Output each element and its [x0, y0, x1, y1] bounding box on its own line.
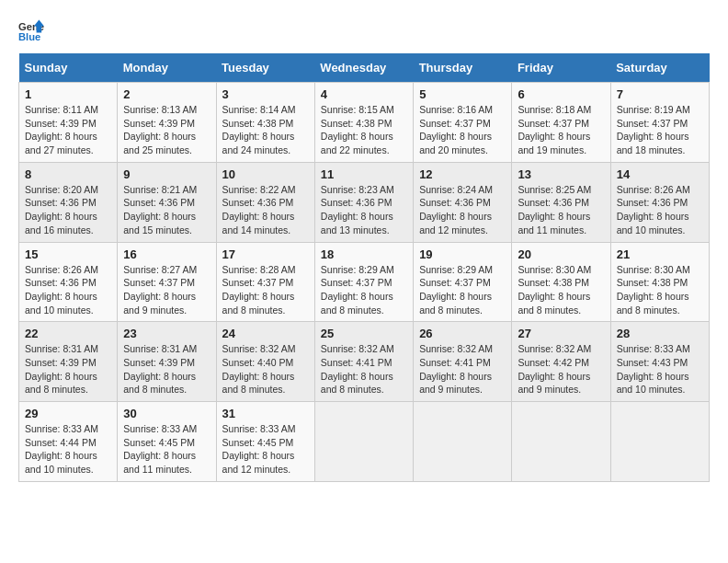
- day-number: 31: [222, 407, 309, 420]
- calendar-cell: 9Sunrise: 8:21 AM Sunset: 4:36 PM Daylig…: [118, 162, 216, 242]
- day-detail: Sunrise: 8:24 AM Sunset: 4:36 PM Dayligh…: [419, 183, 506, 237]
- calendar-cell: 24Sunrise: 8:32 AM Sunset: 4:40 PM Dayli…: [216, 322, 314, 402]
- day-detail: Sunrise: 8:15 AM Sunset: 4:38 PM Dayligh…: [321, 103, 407, 157]
- day-detail: Sunrise: 8:20 AM Sunset: 4:36 PM Dayligh…: [25, 183, 111, 237]
- logo-icon: General Blue: [18, 18, 44, 44]
- day-number: 7: [617, 87, 703, 101]
- day-detail: Sunrise: 8:16 AM Sunset: 4:37 PM Dayligh…: [419, 103, 506, 157]
- day-number: 13: [518, 167, 604, 181]
- day-detail: Sunrise: 8:11 AM Sunset: 4:39 PM Dayligh…: [25, 103, 111, 157]
- day-detail: Sunrise: 8:27 AM Sunset: 4:37 PM Dayligh…: [123, 263, 210, 317]
- weekday-header-monday: Monday: [118, 53, 216, 83]
- day-detail: Sunrise: 8:23 AM Sunset: 4:36 PM Dayligh…: [321, 183, 407, 237]
- calendar-cell: 5Sunrise: 8:16 AM Sunset: 4:37 PM Daylig…: [414, 83, 512, 163]
- calendar-cell: [414, 402, 512, 482]
- day-detail: Sunrise: 8:29 AM Sunset: 4:37 PM Dayligh…: [321, 263, 407, 317]
- day-number: 8: [25, 167, 111, 181]
- day-detail: Sunrise: 8:30 AM Sunset: 4:38 PM Dayligh…: [518, 263, 604, 317]
- day-detail: Sunrise: 8:18 AM Sunset: 4:37 PM Dayligh…: [518, 103, 604, 157]
- calendar-cell: 23Sunrise: 8:31 AM Sunset: 4:39 PM Dayli…: [118, 322, 216, 402]
- day-detail: Sunrise: 8:26 AM Sunset: 4:36 PM Dayligh…: [25, 263, 111, 317]
- day-number: 28: [617, 327, 703, 340]
- day-number: 4: [321, 87, 407, 101]
- day-number: 16: [123, 247, 210, 261]
- day-number: 6: [518, 87, 604, 101]
- day-number: 2: [123, 87, 210, 101]
- calendar-table: SundayMondayTuesdayWednesdayThursdayFrid…: [18, 53, 710, 482]
- day-detail: Sunrise: 8:33 AM Sunset: 4:45 PM Dayligh…: [123, 422, 210, 477]
- header: General Blue: [18, 18, 710, 44]
- calendar-cell: 19Sunrise: 8:29 AM Sunset: 4:37 PM Dayli…: [414, 242, 512, 322]
- calendar-cell: 15Sunrise: 8:26 AM Sunset: 4:36 PM Dayli…: [19, 242, 118, 322]
- day-number: 1: [25, 87, 111, 101]
- calendar-cell: 8Sunrise: 8:20 AM Sunset: 4:36 PM Daylig…: [19, 162, 118, 242]
- day-detail: Sunrise: 8:21 AM Sunset: 4:36 PM Dayligh…: [123, 183, 210, 237]
- day-detail: Sunrise: 8:25 AM Sunset: 4:36 PM Dayligh…: [518, 183, 604, 237]
- day-number: 24: [222, 327, 309, 340]
- calendar-cell: 14Sunrise: 8:26 AM Sunset: 4:36 PM Dayli…: [610, 162, 709, 242]
- day-detail: Sunrise: 8:32 AM Sunset: 4:40 PM Dayligh…: [222, 342, 309, 396]
- calendar-cell: [512, 402, 610, 482]
- page-container: General Blue SundayMondayTuesdayWednesda…: [18, 18, 710, 482]
- calendar-cell: [610, 402, 709, 482]
- weekday-header-friday: Friday: [512, 53, 610, 83]
- day-number: 22: [25, 327, 111, 340]
- day-number: 30: [123, 407, 210, 420]
- day-number: 12: [419, 167, 506, 181]
- day-detail: Sunrise: 8:33 AM Sunset: 4:44 PM Dayligh…: [25, 422, 111, 477]
- day-detail: Sunrise: 8:19 AM Sunset: 4:37 PM Dayligh…: [617, 103, 703, 157]
- calendar-cell: 25Sunrise: 8:32 AM Sunset: 4:41 PM Dayli…: [314, 322, 413, 402]
- weekday-header-saturday: Saturday: [610, 53, 709, 83]
- calendar-cell: 22Sunrise: 8:31 AM Sunset: 4:39 PM Dayli…: [19, 322, 118, 402]
- calendar-cell: 26Sunrise: 8:32 AM Sunset: 4:41 PM Dayli…: [414, 322, 512, 402]
- day-number: 9: [123, 167, 210, 181]
- weekday-header-row: SundayMondayTuesdayWednesdayThursdayFrid…: [19, 53, 710, 83]
- day-number: 19: [419, 247, 506, 261]
- calendar-cell: 7Sunrise: 8:19 AM Sunset: 4:37 PM Daylig…: [610, 83, 709, 163]
- calendar-cell: 18Sunrise: 8:29 AM Sunset: 4:37 PM Dayli…: [314, 242, 413, 322]
- calendar-cell: 21Sunrise: 8:30 AM Sunset: 4:38 PM Dayli…: [610, 242, 709, 322]
- day-number: 14: [617, 167, 703, 181]
- day-detail: Sunrise: 8:14 AM Sunset: 4:38 PM Dayligh…: [222, 103, 309, 157]
- day-detail: Sunrise: 8:33 AM Sunset: 4:45 PM Dayligh…: [222, 422, 309, 477]
- calendar-cell: 27Sunrise: 8:32 AM Sunset: 4:42 PM Dayli…: [512, 322, 610, 402]
- calendar-cell: 4Sunrise: 8:15 AM Sunset: 4:38 PM Daylig…: [314, 83, 413, 163]
- calendar-cell: 6Sunrise: 8:18 AM Sunset: 4:37 PM Daylig…: [512, 83, 610, 163]
- day-number: 27: [518, 327, 604, 340]
- day-number: 23: [123, 327, 210, 340]
- day-number: 25: [321, 327, 407, 340]
- day-detail: Sunrise: 8:29 AM Sunset: 4:37 PM Dayligh…: [419, 263, 506, 317]
- day-number: 26: [419, 327, 506, 340]
- day-detail: Sunrise: 8:32 AM Sunset: 4:42 PM Dayligh…: [518, 342, 604, 396]
- day-detail: Sunrise: 8:33 AM Sunset: 4:43 PM Dayligh…: [617, 342, 703, 396]
- calendar-cell: 31Sunrise: 8:33 AM Sunset: 4:45 PM Dayli…: [216, 402, 314, 482]
- calendar-cell: 2Sunrise: 8:13 AM Sunset: 4:39 PM Daylig…: [118, 83, 216, 163]
- calendar-cell: 28Sunrise: 8:33 AM Sunset: 4:43 PM Dayli…: [610, 322, 709, 402]
- day-detail: Sunrise: 8:26 AM Sunset: 4:36 PM Dayligh…: [617, 183, 703, 237]
- calendar-cell: 16Sunrise: 8:27 AM Sunset: 4:37 PM Dayli…: [118, 242, 216, 322]
- svg-text:Blue: Blue: [18, 31, 40, 42]
- calendar-cell: 11Sunrise: 8:23 AM Sunset: 4:36 PM Dayli…: [314, 162, 413, 242]
- day-detail: Sunrise: 8:13 AM Sunset: 4:39 PM Dayligh…: [123, 103, 210, 157]
- day-detail: Sunrise: 8:22 AM Sunset: 4:36 PM Dayligh…: [222, 183, 309, 237]
- day-detail: Sunrise: 8:28 AM Sunset: 4:37 PM Dayligh…: [222, 263, 309, 317]
- day-detail: Sunrise: 8:32 AM Sunset: 4:41 PM Dayligh…: [321, 342, 407, 396]
- day-number: 21: [617, 247, 703, 261]
- calendar-cell: 13Sunrise: 8:25 AM Sunset: 4:36 PM Dayli…: [512, 162, 610, 242]
- calendar-cell: 20Sunrise: 8:30 AM Sunset: 4:38 PM Dayli…: [512, 242, 610, 322]
- day-number: 15: [25, 247, 111, 261]
- day-number: 5: [419, 87, 506, 101]
- calendar-week-row: 15Sunrise: 8:26 AM Sunset: 4:36 PM Dayli…: [19, 242, 710, 322]
- day-number: 29: [25, 407, 111, 420]
- day-number: 11: [321, 167, 407, 181]
- day-detail: Sunrise: 8:31 AM Sunset: 4:39 PM Dayligh…: [123, 342, 210, 396]
- weekday-header-tuesday: Tuesday: [216, 53, 314, 83]
- weekday-header-wednesday: Wednesday: [314, 53, 413, 83]
- calendar-cell: 1Sunrise: 8:11 AM Sunset: 4:39 PM Daylig…: [19, 83, 118, 163]
- calendar-cell: [314, 402, 413, 482]
- logo: General Blue: [18, 18, 50, 44]
- calendar-cell: 29Sunrise: 8:33 AM Sunset: 4:44 PM Dayli…: [19, 402, 118, 482]
- day-number: 18: [321, 247, 407, 261]
- day-detail: Sunrise: 8:32 AM Sunset: 4:41 PM Dayligh…: [419, 342, 506, 396]
- calendar-cell: 3Sunrise: 8:14 AM Sunset: 4:38 PM Daylig…: [216, 83, 314, 163]
